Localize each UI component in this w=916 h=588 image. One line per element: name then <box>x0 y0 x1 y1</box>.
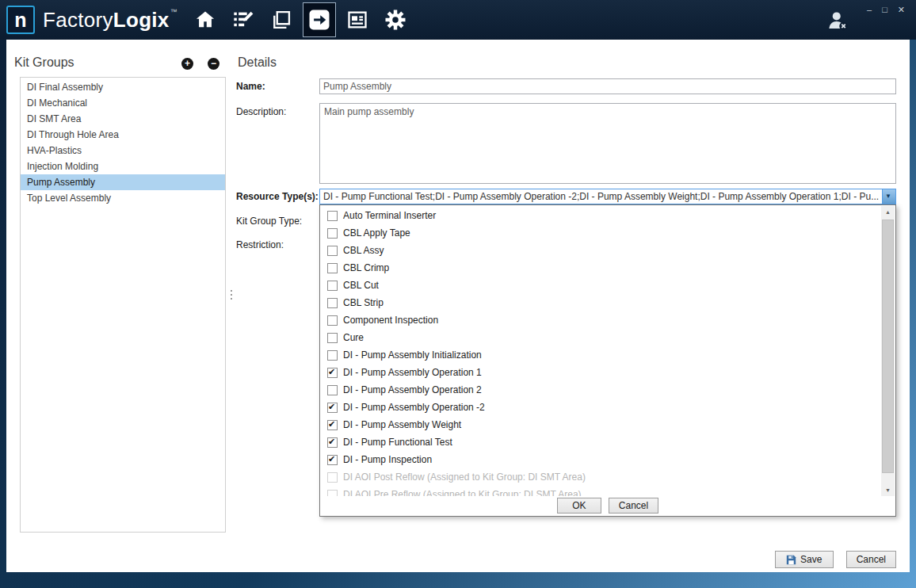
operations-icon[interactable] <box>303 2 336 37</box>
kit-group-label: DI Through Hole Area <box>27 129 119 140</box>
kit-group-list-item[interactable]: DI SMT Area <box>21 111 225 127</box>
checkbox[interactable] <box>327 263 338 273</box>
splitter-handle[interactable] <box>231 290 233 301</box>
checkbox[interactable] <box>327 472 338 483</box>
news-icon[interactable] <box>341 2 374 37</box>
remove-kit-group-button[interactable]: − <box>208 58 219 70</box>
resource-option-label: DI - Pump Assembly Initialization <box>343 349 482 361</box>
description-input[interactable]: Main pump assembly <box>319 103 896 184</box>
resource-option-label: Auto Terminal Inserter <box>343 210 436 221</box>
maximize-button[interactable]: □ <box>882 4 887 15</box>
resource-option[interactable]: CBL Apply Tape <box>320 224 881 242</box>
resource-option[interactable]: DI - Pump Assembly Operation -2 <box>320 399 881 416</box>
checkbox[interactable] <box>327 228 338 239</box>
add-kit-group-button[interactable]: + <box>181 58 193 70</box>
save-icon <box>786 555 796 565</box>
checkbox[interactable] <box>327 420 338 430</box>
kit-group-list-item[interactable]: DI Final Assembly <box>21 79 225 95</box>
resource-option[interactable]: Cure <box>320 329 881 346</box>
kit-groups-list: DI Final Assembly DI Mechanical DI SMT A… <box>20 77 226 533</box>
dropdown-cancel-button[interactable]: Cancel <box>609 498 658 514</box>
restriction-label: Restriction: <box>236 239 284 250</box>
details-title: Details <box>238 55 277 70</box>
resource-option[interactable]: DI - Pump Assembly Operation 1 <box>320 364 881 381</box>
main-content: Kit Groups + − DI Final Assembly DI Mech… <box>6 40 910 572</box>
kit-group-label: DI SMT Area <box>27 113 81 124</box>
description-label: Description: <box>236 106 286 117</box>
kit-group-list-item[interactable]: Top Level Assembly <box>21 190 225 206</box>
titlebar: n FactoryLogix™ <box>0 0 916 40</box>
resource-options-list: Auto Terminal Inserter CBL Apply Tape CB… <box>320 205 881 497</box>
kit-group-list-item[interactable]: DI Mechanical <box>21 95 225 111</box>
resource-option-label: CBL Apply Tape <box>343 227 410 239</box>
user-logout-icon[interactable] <box>824 9 851 34</box>
resource-option-label: DI - Pump Assembly Weight <box>343 419 461 430</box>
resource-option[interactable]: DI AOI Pre Reflow (Assigned to Kit Group… <box>320 486 881 497</box>
combo-dropdown-button[interactable] <box>882 189 895 204</box>
checkbox[interactable] <box>327 211 338 221</box>
kit-group-list-item[interactable]: DI Through Hole Area <box>21 127 225 143</box>
batch-stack-icon[interactable] <box>265 2 298 37</box>
kit-group-list-item[interactable]: Pump Assembly <box>21 174 225 190</box>
dropdown-ok-button[interactable]: OK <box>557 498 601 514</box>
brand-title: FactoryLogix™ <box>43 8 177 32</box>
checkbox[interactable] <box>327 403 338 413</box>
resource-option[interactable]: DI - Pump Assembly Initialization <box>320 346 881 364</box>
resource-option[interactable]: Auto Terminal Inserter <box>320 207 881 224</box>
scroll-down-icon[interactable] <box>881 484 895 497</box>
name-label: Name: <box>236 81 265 92</box>
kit-group-label: Pump Assembly <box>27 177 95 188</box>
checkbox[interactable] <box>327 350 338 361</box>
home-icon[interactable] <box>189 2 222 37</box>
kit-group-label: DI Final Assembly <box>27 82 103 93</box>
dropdown-scrollbar[interactable] <box>881 206 895 497</box>
checkbox[interactable] <box>327 281 338 291</box>
resource-option-label: DI - Pump Functional Test <box>343 437 452 448</box>
logo-letter: n <box>14 9 26 32</box>
checkbox[interactable] <box>327 315 338 326</box>
resource-option-label: DI - Pump Assembly Operation -2 <box>343 402 485 413</box>
name-input[interactable] <box>319 78 896 94</box>
resource-option[interactable]: DI - Pump Assembly Operation 2 <box>320 381 881 399</box>
trademark-symbol: ™ <box>170 8 177 16</box>
kit-group-list-item[interactable]: HVA-Plastics <box>21 143 225 158</box>
checkbox[interactable] <box>327 368 338 378</box>
resource-option-label: Cure <box>343 332 364 343</box>
scrollbar-thumb[interactable] <box>882 220 894 473</box>
app-window: n FactoryLogix™ <box>0 0 916 588</box>
resource-option[interactable]: Component Inspection <box>320 311 881 329</box>
window-controls: – □ ✕ <box>867 4 905 15</box>
resource-option-label: DI - Pump Assembly Operation 1 <box>343 367 482 378</box>
save-label: Save <box>800 554 822 565</box>
save-button[interactable]: Save <box>775 551 834 568</box>
resource-option-label: CBL Strip <box>343 297 384 308</box>
resource-option[interactable]: CBL Cut <box>320 277 881 294</box>
resource-option[interactable]: CBL Strip <box>320 294 881 311</box>
checkbox[interactable] <box>327 298 338 308</box>
resource-option[interactable]: DI - Pump Assembly Weight <box>320 416 881 433</box>
checkbox[interactable] <box>327 333 338 343</box>
dropdown-footer: OK Cancel <box>320 496 895 515</box>
minimize-button[interactable]: – <box>867 4 872 15</box>
checkbox[interactable] <box>327 437 338 448</box>
kit-group-label: HVA-Plastics <box>27 145 82 156</box>
resource-option[interactable]: CBL Crimp <box>320 259 881 277</box>
checkbox[interactable] <box>327 246 338 256</box>
process-editor-icon[interactable] <box>227 2 260 37</box>
resource-option[interactable]: CBL Assy <box>320 242 881 259</box>
settings-gear-icon[interactable] <box>379 2 412 37</box>
resource-option[interactable]: DI AOI Post Reflow (Assigned to Kit Grou… <box>320 468 881 486</box>
footer-actions: Save Cancel <box>775 551 896 568</box>
scroll-up-icon[interactable] <box>881 206 895 219</box>
resource-types-combobox[interactable]: DI - Pump Functional Test;DI - Pump Asse… <box>319 189 896 204</box>
checkbox[interactable] <box>327 455 338 465</box>
checkbox[interactable] <box>327 385 338 395</box>
brand-suffix: Logix <box>113 8 170 32</box>
resource-option[interactable]: DI - Pump Inspection <box>320 451 881 468</box>
resource-option[interactable]: DI - Pump Functional Test <box>320 433 881 451</box>
resource-option-label: DI - Pump Inspection <box>343 454 432 465</box>
cancel-button[interactable]: Cancel <box>846 551 896 568</box>
resource-option-label: DI AOI Post Reflow (Assigned to Kit Grou… <box>343 472 586 483</box>
kit-group-list-item[interactable]: Injection Molding <box>21 158 225 174</box>
close-button[interactable]: ✕ <box>898 4 905 15</box>
